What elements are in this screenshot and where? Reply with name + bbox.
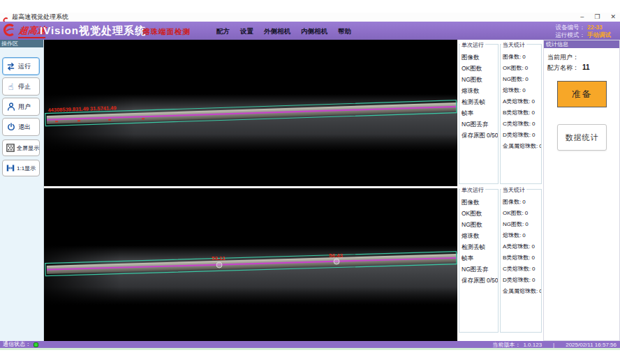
stat-row: 图像数:0 xyxy=(501,197,541,208)
window-titlebar: 超高速视觉处理系统 – ❐ ✕ xyxy=(0,13,620,22)
fullscreen-button-label: 全屏显示 xyxy=(17,144,39,152)
stat-row: OK图数 xyxy=(459,63,498,74)
exit-button[interactable]: 退出 xyxy=(2,118,40,136)
stat-row: OK图数 xyxy=(459,208,498,219)
version-value: 1.0.123 xyxy=(523,342,542,348)
point-label: 56.43 xyxy=(329,252,344,259)
stat-row: D类熔珠数:0 xyxy=(501,130,541,141)
current-user-label: 当前用户： xyxy=(547,54,579,61)
app-header: 超高速 IVision视觉处理系统 熔珠端面检测 配方 设置 外侧相机 内侧相机… xyxy=(0,22,620,40)
group-title: 单次运行 xyxy=(460,186,485,194)
inner-camera-view: 53.11 56.43 xyxy=(44,188,457,341)
device-info: 设备编号： 22-33 运行模式： 手动调试 xyxy=(556,24,617,39)
power-icon xyxy=(6,122,16,132)
minimize-button[interactable]: – xyxy=(580,13,584,22)
stat-row: NG图丢弃 xyxy=(459,264,498,275)
stat-row: 熔珠数 xyxy=(459,85,498,96)
menu-help[interactable]: 帮助 xyxy=(338,27,351,36)
fullscreen-button[interactable]: 全屏显示 xyxy=(2,139,40,156)
user-icon xyxy=(6,102,16,112)
group-title: 单次运行 xyxy=(460,41,485,49)
stat-row: 金属屑熔珠数:0 xyxy=(501,286,541,297)
defect-marker xyxy=(216,262,222,268)
close-button[interactable]: ✕ xyxy=(610,13,616,22)
fullscreen-icon xyxy=(6,143,15,153)
stat-row: B类熔珠数:0 xyxy=(501,107,541,119)
stat-row: OK图数:0 xyxy=(501,208,541,219)
user-button[interactable]: 用户 xyxy=(2,98,40,116)
comm-status-indicator xyxy=(34,342,38,347)
data-statistics-button[interactable]: 数据统计 xyxy=(557,124,607,151)
exit-button-label: 退出 xyxy=(18,123,31,132)
single-run-stats-top: 单次运行 图像数 OK图数 NG图数 熔珠数 检测丢帧 帧率 NG图丢弃 保存原… xyxy=(459,44,499,184)
run-mode-value: 手动调试 xyxy=(587,31,617,39)
stat-row: 金属屑熔珠数:0 xyxy=(501,141,541,152)
operation-sidebar: 操作区 运行 ☝ 停止 用户 退出 xyxy=(0,40,44,341)
stat-row: 熔珠数 xyxy=(459,230,498,241)
one-to-one-icon xyxy=(6,163,15,174)
stat-row: 图像数 xyxy=(459,52,498,63)
recipe-name-label: 配方名称： xyxy=(547,64,579,71)
stat-row: B类熔珠数:0 xyxy=(501,252,541,264)
stop-hand-icon: ☝ xyxy=(6,82,16,92)
one-to-one-button[interactable]: 1:1显示 xyxy=(2,160,40,176)
stat-row: 熔珠数:0 xyxy=(501,230,541,241)
status-bar: 通信状态： 当前版本： 1.0.123 | 2025/02/11 16:57:5… xyxy=(0,341,620,348)
prepare-button[interactable]: 准备 xyxy=(557,81,607,107)
stat-row: A类熔珠数:0 xyxy=(501,241,541,252)
user-button-label: 用户 xyxy=(18,103,31,112)
today-stats-bottom: 当天统计 图像数:0 OK图数:0 NG图数:0 熔珠数:0 A类熔珠数:0 B… xyxy=(500,189,542,333)
app-logo-icon xyxy=(3,14,9,20)
stat-row: A类熔珠数:0 xyxy=(501,96,541,107)
sidebar-title: 操作区 xyxy=(0,40,43,47)
statistics-info-panel: 统计信息 当前用户： 配方名称：11 准备 数据统计 xyxy=(543,40,620,341)
stat-row: D类熔珠数:0 xyxy=(501,275,541,286)
stat-row: 检测丢帧 xyxy=(459,96,498,107)
stat-row: NG图数 xyxy=(459,219,498,230)
menu-outer-camera[interactable]: 外侧相机 xyxy=(264,27,290,36)
app-title: IVision视觉处理系统 xyxy=(40,24,146,38)
run-button-label: 运行 xyxy=(18,62,31,71)
menu-inner-camera[interactable]: 内侧相机 xyxy=(301,27,327,36)
app-subtitle: 熔珠端面检测 xyxy=(142,27,191,37)
one-to-one-button-label: 1:1显示 xyxy=(17,165,36,172)
point-label: 53.11 xyxy=(212,255,226,261)
recipe-name-value: 11 xyxy=(582,63,590,71)
device-id-value: 22-33 xyxy=(587,24,617,31)
main-menu: 配方 设置 外侧相机 内侧相机 帮助 xyxy=(216,27,351,36)
stop-button-label: 停止 xyxy=(18,82,31,91)
menu-settings[interactable]: 设置 xyxy=(240,27,253,36)
stat-row: NG图丢弃 xyxy=(459,119,498,130)
stat-row: OK图数:0 xyxy=(501,63,541,74)
stat-row: 帧率 xyxy=(459,252,498,264)
stat-row: NG图数:0 xyxy=(501,74,541,85)
today-stats-top: 当天统计 图像数:0 OK图数:0 NG图数:0 熔珠数:0 A类熔珠数:0 B… xyxy=(500,44,542,184)
group-title: 当天统计 xyxy=(501,41,526,49)
stat-row: 检测丢帧 xyxy=(459,241,498,252)
stop-button[interactable]: ☝ 停止 xyxy=(2,77,40,96)
stat-row: 图像数 xyxy=(459,197,498,208)
brand-logo-icon xyxy=(2,23,17,38)
menu-recipe[interactable]: 配方 xyxy=(216,27,230,36)
current-user-row: 当前用户： xyxy=(544,52,619,62)
stat-row: C类熔珠数:0 xyxy=(501,119,541,130)
run-button[interactable]: 运行 xyxy=(2,57,40,75)
run-mode-label: 运行模式： xyxy=(556,31,586,39)
separator: | xyxy=(553,342,554,348)
version-label: 当前版本： xyxy=(492,341,520,349)
stat-row: C类熔珠数:0 xyxy=(501,264,541,275)
datetime-value: 2025/02/11 16:57:56 xyxy=(566,342,617,348)
run-arrows-icon xyxy=(6,61,16,72)
stat-row: 图像数:0 xyxy=(501,52,541,63)
stat-row: 熔珠数:0 xyxy=(501,85,541,96)
group-title: 当天统计 xyxy=(501,186,526,194)
recipe-name-row: 配方名称：11 xyxy=(544,62,619,73)
window-title: 超高速视觉处理系统 xyxy=(12,13,68,21)
outer-camera-view: 44308539.831.49 31.5741.49 xyxy=(44,40,457,186)
panel-title: 统计信息 xyxy=(544,40,619,48)
defect-marker xyxy=(334,259,339,264)
single-run-stats-bottom: 单次运行 图像数 OK图数 NG图数 熔珠数 检测丢帧 帧率 NG图丢弃 保存原… xyxy=(459,189,499,333)
stat-row: 保存原图0/500 xyxy=(459,130,498,141)
bottom-accent-line xyxy=(0,348,620,350)
maximize-button[interactable]: ❐ xyxy=(594,13,600,22)
